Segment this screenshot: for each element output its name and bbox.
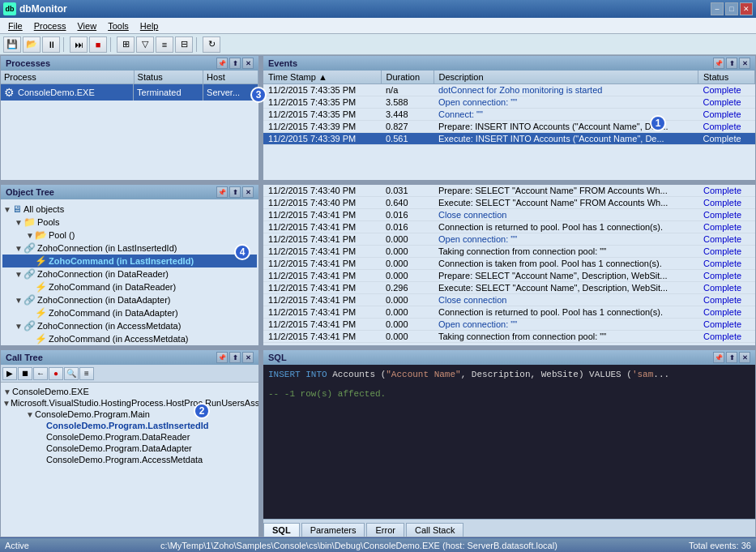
tree-expander[interactable]: ▼ (2, 205, 12, 214)
calltree-expander[interactable]: ▼ (2, 399, 11, 408)
calltree-item[interactable]: ▼ConsoleDemo.Program.Main (2, 409, 257, 420)
toolbar-btn-refresh[interactable]: ↻ (203, 36, 220, 53)
events-pin-icon[interactable]: 📌 (713, 58, 724, 69)
tree-item[interactable]: ⚡ZohoCommand (in DataAdapter) (2, 306, 257, 319)
calltree-panel: Call Tree 📌 ⬆ ✕ ▶ ⏹ ← ● 🔍 ≡ (0, 349, 259, 537)
event-row[interactable]: 11/2/2015 7:43:41 PM0.000Connection is r… (263, 306, 755, 319)
toolbar-btn-table[interactable]: ≡ (156, 36, 173, 53)
tree-expander[interactable]: ▼ (14, 296, 23, 305)
event-row[interactable]: 11/2/2015 7:43:35 PM3.588Open connection… (263, 96, 755, 109)
ct-btn-back[interactable]: ← (33, 367, 48, 380)
tree-item[interactable]: ▼🖥All objects (2, 203, 257, 216)
calltree-expander[interactable]: ▼ (25, 410, 35, 419)
event-row[interactable]: 11/2/2015 7:43:41 PM0.000Close connectio… (263, 294, 755, 306)
minimize-button[interactable]: – (711, 2, 724, 15)
tree-item[interactable]: ▼🔗ZohoConnection (in DataReader) (2, 267, 257, 280)
event-row[interactable]: 11/2/2015 7:43:39 PM0.561Execute: INSERT… (263, 133, 755, 145)
tree-item[interactable]: ▼📂Pool () (2, 229, 257, 242)
menu-file[interactable]: File (3, 19, 28, 32)
tree-expander[interactable]: ▼ (25, 231, 35, 240)
process-row[interactable]: ⚙ ConsoleDemo.EXE Terminated Server... (1, 84, 258, 101)
ct-btn-red[interactable]: ● (49, 367, 63, 380)
ct-btn-list[interactable]: ≡ (79, 367, 94, 380)
event-row[interactable]: 11/2/2015 7:43:41 PM0.016Connection is r… (263, 221, 755, 233)
event-row[interactable]: 11/2/2015 7:43:35 PMn/adotConnect for Zo… (263, 84, 755, 96)
event-row[interactable]: 11/2/2015 7:43:41 PM0.000Open connection… (263, 319, 755, 331)
tree-expander[interactable]: ▼ (14, 244, 23, 253)
tree-item[interactable]: ▼🔗ZohoConnection (in DataAdapter) (2, 293, 257, 306)
ct-btn-2[interactable]: ⏹ (18, 367, 32, 380)
tree-container: ▼🖥All objects▼📁Pools▼📂Pool ()▼🔗ZohoConne… (1, 199, 258, 345)
tree-expander[interactable]: ▼ (14, 270, 23, 279)
event-row[interactable]: 11/2/2015 7:43:41 PM0.000Open connection… (263, 233, 755, 246)
toolbar-btn-1[interactable]: 💾 (3, 36, 21, 53)
ct-close-icon[interactable]: ✕ (242, 352, 254, 363)
event-row[interactable]: 11/2/2015 7:43:40 PM0.031Prepare: SELECT… (263, 185, 755, 197)
float-icon[interactable]: ⬆ (229, 58, 241, 69)
tree-item[interactable]: ▼🔗ZohoConnection (in AccessMetdata) (2, 319, 257, 332)
tree-pin-icon[interactable]: 📌 (216, 186, 228, 198)
menu-help[interactable]: Help (135, 19, 164, 32)
event-row[interactable]: 11/2/2015 7:43:41 PM0.000Prepare: SELECT… (263, 270, 755, 282)
tree-item[interactable]: ⚡ZohoCommand (in AccessMetdata) (2, 332, 257, 345)
tree-item[interactable]: ▼📁Pools (2, 216, 257, 229)
ct-btn-filter[interactable]: 🔍 (64, 367, 79, 380)
sql-close-icon[interactable]: ✕ (739, 352, 750, 363)
sql-pin-icon[interactable]: 📌 (713, 352, 724, 363)
menu-tools[interactable]: Tools (103, 19, 134, 32)
sql-float-icon[interactable]: ⬆ (726, 352, 737, 363)
tree-node-label: ZohoConnection (in DataReader) (37, 269, 169, 279)
event-row[interactable]: 11/2/2015 7:43:41 PM0.000Taking connecti… (263, 331, 755, 343)
toolbar-btn-filter[interactable]: ▽ (136, 36, 154, 53)
events-float-icon[interactable]: ⬆ (726, 58, 737, 69)
event-row[interactable]: 11/2/2015 7:43:39 PM0.827Prepare: INSERT… (263, 121, 755, 133)
tree-expander[interactable]: ▼ (14, 218, 23, 227)
toolbar-btn-cols[interactable]: ⊟ (175, 36, 193, 53)
calltree-item[interactable]: ConsoleDemo.Program.AccessMetdata (2, 454, 257, 465)
toolbar-btn-grid[interactable]: ⊞ (117, 36, 135, 53)
ct-float-icon[interactable]: ⬆ (229, 352, 241, 363)
menu-process[interactable]: Process (29, 19, 71, 32)
event-row[interactable]: 11/2/2015 7:43:41 PM0.000Connection is t… (263, 258, 755, 270)
event-row[interactable]: 11/2/2015 7:43:41 PM0.016Close connectio… (263, 209, 755, 221)
tree-item[interactable]: ⚡ZohoCommand (in LastInsertedId) (2, 255, 257, 267)
tree-float-icon[interactable]: ⬆ (229, 186, 241, 198)
calltree-item[interactable]: ConsoleDemo.Program.DataAdapter (2, 443, 257, 454)
toolbar-btn-stop[interactable]: ■ (89, 36, 107, 53)
pin-icon[interactable]: 📌 (216, 58, 228, 69)
calltree-item[interactable]: ConsoleDemo.Program.LastInsertedId (2, 420, 257, 431)
calltree-item[interactable]: ▼Microsoft.VisualStudio.HostingProcess.H… (2, 397, 257, 409)
tab-error[interactable]: Error (366, 523, 404, 537)
event-row[interactable]: 11/2/2015 7:43:41 PM0.296Execute: SELECT… (263, 282, 755, 294)
event-status: Complete (698, 258, 755, 270)
tree-item[interactable]: ▼🔗ZohoConnection (in LastInsertedId) (2, 242, 257, 255)
tab-parameters[interactable]: Parameters (301, 523, 365, 537)
tab-sql[interactable]: SQL (263, 523, 300, 537)
ct-btn-1[interactable]: ▶ (2, 367, 17, 380)
events-close-icon[interactable]: ✕ (739, 58, 750, 69)
event-row[interactable]: 11/2/2015 7:43:40 PM0.640Execute: SELECT… (263, 197, 755, 209)
event-duration: 0.000 (381, 306, 434, 319)
calltree-content: 2 ▼ConsoleDemo.EXE▼Microsoft.VisualStudi… (1, 383, 258, 537)
toolbar-btn-pause[interactable]: ⏸ (42, 36, 60, 53)
close-button[interactable]: ✕ (740, 2, 753, 15)
maximize-button[interactable]: □ (725, 2, 738, 15)
tree-item[interactable]: ⚡ZohoCommand (in DataReader) (2, 280, 257, 293)
calltree-item[interactable]: ▼ConsoleDemo.EXE (2, 386, 257, 397)
tab-call-stack[interactable]: Call Stack (406, 523, 464, 537)
event-row[interactable]: 11/2/2015 7:43:35 PM3.448Connect: ""Comp… (263, 109, 755, 121)
tree-expander[interactable]: ▼ (14, 322, 23, 331)
close-panel-icon[interactable]: ✕ (242, 58, 254, 69)
tree-close-icon[interactable]: ✕ (242, 186, 254, 198)
calltree-item[interactable]: ConsoleDemo.Program.DataReader (2, 431, 257, 443)
calltree-expander[interactable]: ▼ (2, 387, 12, 396)
event-description: Open connection: "" (434, 96, 698, 109)
toolbar-btn-skip[interactable]: ⏭ (70, 36, 88, 53)
menu-view[interactable]: View (72, 19, 101, 32)
calltree-header: Call Tree 📌 ⬆ ✕ (1, 350, 258, 365)
event-row[interactable]: 11/2/2015 7:43:41 PM0.000Taking connecti… (263, 246, 755, 258)
ct-pin-icon[interactable]: 📌 (216, 352, 228, 363)
event-duration: 0.000 (381, 258, 434, 270)
toolbar-btn-2[interactable]: 📂 (23, 36, 41, 53)
sql-panel: SQL 📌 ⬆ ✕ INSERT INTO Accounts ("Account… (263, 349, 756, 537)
